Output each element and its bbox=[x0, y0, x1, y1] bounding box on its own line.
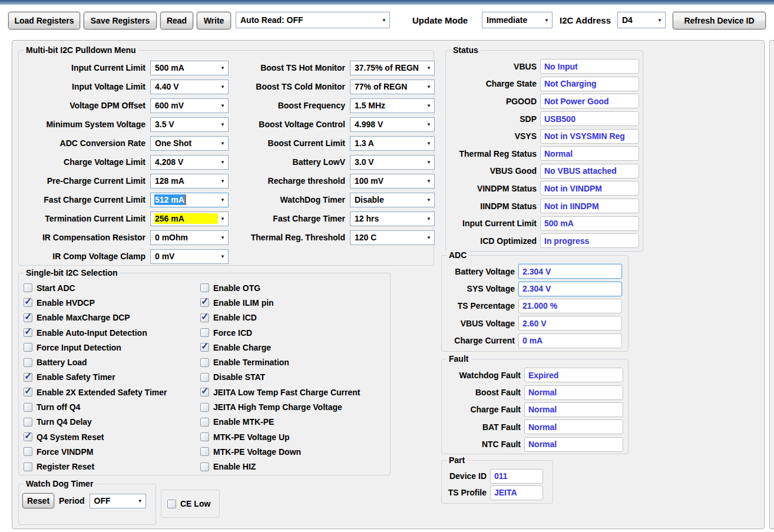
checkbox[interactable]: ✓ bbox=[24, 388, 32, 396]
check-icon: ✓ bbox=[24, 296, 32, 307]
checkbox-row[interactable]: ✓ Start ADC bbox=[24, 280, 167, 295]
dropdown[interactable]: 0 mOhm ▼ bbox=[150, 230, 229, 245]
dropdown[interactable]: 256 mA ▼ bbox=[150, 212, 229, 226]
dropdown[interactable]: 512 mA ▼ bbox=[150, 193, 229, 207]
dropdown[interactable]: 120 C ▼ bbox=[350, 230, 435, 245]
chevron-down-icon: ▼ bbox=[424, 122, 431, 127]
checkbox[interactable]: ✓ bbox=[200, 388, 209, 396]
dropdown[interactable]: 0 mV ▼ bbox=[150, 249, 229, 264]
checkbox[interactable]: ✓ bbox=[24, 328, 32, 337]
load-registers-button[interactable]: Load Registers bbox=[8, 12, 80, 29]
checkbox-row[interactable]: ✓ Force VINDPM bbox=[24, 444, 167, 459]
checkbox[interactable]: ✓ bbox=[200, 432, 209, 441]
dropdown[interactable]: 12 hrs ▼ bbox=[350, 212, 435, 226]
checkbox-row[interactable]: ✓ MTK-PE Voltage Up bbox=[200, 429, 360, 444]
checkbox-row[interactable]: ✓ Q4 System Reset bbox=[24, 429, 167, 444]
checkbox-row[interactable]: ✓ Turn Q4 Delay bbox=[24, 415, 167, 429]
checkbox[interactable]: ✓ bbox=[24, 358, 32, 367]
checkbox-row[interactable]: ✓ Enable Auto-Input Detection bbox=[24, 325, 167, 340]
checkbox[interactable]: ✓ bbox=[200, 328, 209, 337]
checkbox[interactable]: ✓ bbox=[200, 373, 209, 382]
window-top-strip bbox=[0, 0, 774, 5]
write-button[interactable]: Write bbox=[197, 12, 231, 29]
auto-read-dropdown[interactable]: Auto Read: OFF ▼ bbox=[236, 12, 390, 28]
dropdown[interactable]: 3.5 V ▼ bbox=[150, 117, 229, 132]
checkbox[interactable]: ✓ bbox=[200, 343, 209, 352]
dropdown[interactable]: 4.998 V ▼ bbox=[350, 117, 435, 132]
multibit-right-column: Boost TS Hot Monitor 37.75% of REGN ▼ Bo… bbox=[234, 58, 435, 247]
dropdown[interactable]: 4.40 V ▼ bbox=[150, 80, 229, 94]
ce-low-checkbox[interactable]: ✓ bbox=[167, 500, 176, 508]
refresh-device-id-button[interactable]: Refresh Device ID bbox=[673, 12, 766, 29]
dropdown[interactable]: One Shot ▼ bbox=[150, 136, 229, 151]
dropdown[interactable]: 100 mV ▼ bbox=[350, 174, 435, 189]
checkbox-row[interactable]: ✓ Enable Termination bbox=[200, 355, 360, 369]
dropdown[interactable]: 3.0 V ▼ bbox=[350, 155, 435, 170]
dropdown[interactable]: 600 mV ▼ bbox=[150, 98, 229, 113]
checkbox[interactable]: ✓ bbox=[200, 358, 209, 367]
checkbox-row[interactable]: ✓ Enable MaxCharge DCP bbox=[24, 310, 167, 325]
checkbox-row[interactable]: ✓ Enable HIZ bbox=[200, 460, 360, 474]
checkbox[interactable]: ✓ bbox=[24, 313, 32, 322]
dropdown[interactable]: 1.5 MHz ▼ bbox=[350, 98, 435, 113]
chevron-down-icon: ▼ bbox=[424, 160, 431, 165]
checkbox[interactable]: ✓ bbox=[200, 447, 209, 456]
checkbox[interactable]: ✓ bbox=[24, 447, 32, 456]
watchdog-period-dropdown[interactable]: OFF ▼ bbox=[90, 494, 146, 508]
checkbox-row[interactable]: ✓ Enable MTK-PE bbox=[200, 415, 360, 429]
checkbox[interactable]: ✓ bbox=[200, 283, 209, 292]
checkbox[interactable]: ✓ bbox=[24, 403, 32, 412]
value-label: PGOOD bbox=[446, 97, 537, 106]
save-registers-button[interactable]: Save Registers bbox=[84, 12, 157, 29]
checkbox-row[interactable]: ✓ Force Input Detection bbox=[24, 340, 167, 355]
multibit-row: WatchDog Timer Disable ▼ bbox=[234, 190, 435, 209]
checkbox[interactable]: ✓ bbox=[24, 373, 32, 382]
checkbox[interactable]: ✓ bbox=[200, 313, 209, 322]
value-field: In progress bbox=[540, 233, 639, 248]
dropdown[interactable]: Disable ▼ bbox=[350, 193, 435, 207]
chevron-down-icon: ▼ bbox=[424, 235, 431, 240]
i2c-address-dropdown[interactable]: D4 ▼ bbox=[617, 12, 666, 28]
checkbox-row[interactable]: ✓ Enable OTG bbox=[200, 280, 360, 295]
checkbox-row[interactable]: ✓ Enable 2X Extended Safety Timer bbox=[24, 385, 167, 399]
dropdown[interactable]: 128 mA ▼ bbox=[150, 174, 229, 189]
dropdown[interactable]: 77% of REGN ▼ bbox=[350, 80, 435, 94]
update-mode-dropdown[interactable]: Immediate ▼ bbox=[482, 12, 553, 28]
dropdown[interactable]: 1.3 A ▼ bbox=[350, 136, 435, 151]
checkbox-row[interactable]: ✓ Battery Load bbox=[24, 355, 167, 369]
checkbox-row[interactable]: ✓ JEITA Low Temp Fast Charge Current bbox=[200, 385, 360, 399]
multibit-row: Input Current Limit 500 mA ▼ bbox=[19, 58, 229, 77]
checkbox[interactable]: ✓ bbox=[24, 283, 32, 292]
checkbox-row[interactable]: ✓ Enable HVDCP bbox=[24, 295, 167, 310]
checkbox-row[interactable]: ✓ Turn off Q4 bbox=[24, 399, 167, 414]
value-row: SDP USB500 bbox=[446, 110, 643, 128]
checkbox[interactable]: ✓ bbox=[24, 462, 32, 471]
checkbox-row[interactable]: ✓ Enable ILIM pin bbox=[200, 295, 360, 310]
checkbox[interactable]: ✓ bbox=[200, 462, 209, 471]
dropdown[interactable]: 37.75% of REGN ▼ bbox=[350, 61, 435, 75]
dropdown[interactable]: 4.208 V ▼ bbox=[150, 155, 229, 170]
value-row: BAT Fault Normal bbox=[442, 418, 628, 435]
dropdown-value: 3.0 V bbox=[354, 157, 375, 167]
checkbox-row[interactable]: ✓ Register Reset bbox=[24, 460, 167, 474]
checkbox[interactable]: ✓ bbox=[24, 418, 32, 427]
checkbox-row[interactable]: ✓ Enable Charge bbox=[200, 340, 360, 355]
read-button[interactable]: Read bbox=[160, 12, 193, 29]
watchdog-reset-button[interactable]: Reset bbox=[22, 493, 54, 508]
checkbox[interactable]: ✓ bbox=[24, 432, 32, 441]
checkbox-row[interactable]: ✓ Enable ICD bbox=[200, 310, 360, 325]
checkbox[interactable]: ✓ bbox=[200, 418, 209, 427]
dropdown[interactable]: 500 mA ▼ bbox=[150, 61, 229, 75]
value-label: Device ID bbox=[442, 471, 487, 481]
checkbox[interactable]: ✓ bbox=[200, 298, 209, 307]
checkbox-row[interactable]: ✓ MTK-PE Voltage Down bbox=[200, 444, 360, 459]
checkbox[interactable]: ✓ bbox=[24, 298, 32, 307]
checkbox-row[interactable]: ✓ Enable Safety Timer bbox=[24, 370, 167, 385]
checkbox-row[interactable]: ✓ JEITA High Temp Charge Voltage bbox=[200, 399, 360, 414]
checkbox-row[interactable]: ✓ Force ICD bbox=[200, 325, 360, 340]
checkbox-row[interactable]: ✓ Disable STAT bbox=[200, 370, 360, 385]
value-label: SDP bbox=[446, 114, 537, 124]
multibit-row: Fast Charge Timer 12 hrs ▼ bbox=[234, 209, 435, 228]
checkbox[interactable]: ✓ bbox=[200, 403, 209, 412]
checkbox[interactable]: ✓ bbox=[24, 343, 32, 352]
